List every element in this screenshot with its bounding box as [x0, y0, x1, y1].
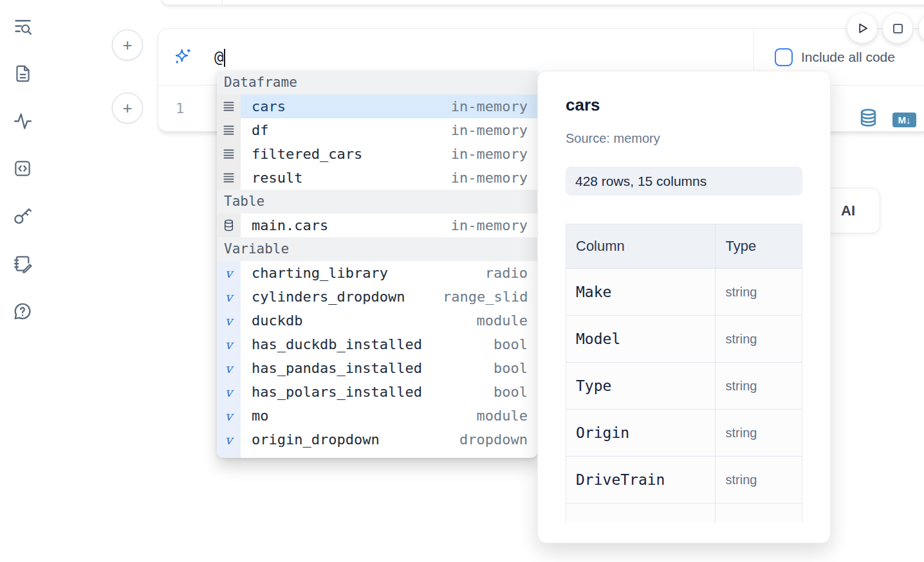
- autocomplete-item-type: in-memory: [443, 146, 528, 162]
- schema-row: Typestring: [566, 363, 802, 410]
- variable-glyph-icon: v: [225, 314, 232, 327]
- variable-icon: v: [217, 285, 241, 309]
- rows-icon: [217, 95, 241, 118]
- autocomplete-item-name: filtered_cars: [252, 146, 362, 162]
- sparkles-icon: [172, 47, 193, 70]
- autocomplete-item-charting_library[interactable]: vcharting_libraryradio: [217, 261, 537, 285]
- schema-column-name: Model: [566, 316, 716, 363]
- autocomplete-item-name: pd: [252, 455, 269, 458]
- text-caret: [224, 49, 225, 67]
- variable-icon: v: [217, 404, 241, 428]
- schema-column-type: [716, 503, 802, 523]
- autocomplete-item-type: range_slider: [443, 289, 528, 305]
- variable-glyph-icon: v: [225, 410, 232, 422]
- autocomplete-item-type: in-memory: [443, 122, 528, 138]
- code-snippet-icon[interactable]: [10, 157, 35, 180]
- autocomplete-item-type: bool: [443, 336, 528, 352]
- stop-button[interactable]: [883, 14, 912, 43]
- autocomplete-item-name: origin_dropdown: [252, 431, 380, 448]
- autocomplete-item-name: df: [252, 122, 269, 138]
- rows-icon: [217, 142, 241, 166]
- run-cell-button[interactable]: [847, 14, 877, 43]
- autocomplete-item-type: radio: [443, 265, 528, 281]
- variable-icon: v: [217, 451, 241, 458]
- autocomplete-item-type: in-memory: [443, 217, 528, 233]
- ai-prompt-input[interactable]: @: [214, 47, 225, 68]
- variable-glyph-icon: v: [225, 433, 232, 446]
- scratchpad-icon[interactable]: [10, 252, 35, 275]
- autocomplete-item-name: main.cars: [252, 217, 328, 233]
- variable-icon: v: [217, 261, 241, 285]
- schema-column-type: string: [716, 410, 802, 457]
- autocomplete-item-type: in-memory: [443, 170, 528, 186]
- autocomplete-item-name: result: [252, 170, 302, 186]
- markdown-export-icon[interactable]: M↓: [892, 113, 916, 127]
- shape-badge: 428 rows, 15 columns: [566, 167, 802, 195]
- autocomplete-item-has_pandas_installed[interactable]: vhas_pandas_installedbool: [217, 356, 537, 380]
- add-cell-above-button[interactable]: +: [112, 30, 143, 60]
- file-document-icon[interactable]: [10, 62, 35, 85]
- autocomplete-item-origin_dropdown[interactable]: vorigin_dropdowndropdown: [217, 428, 537, 451]
- variable-glyph-icon: v: [225, 457, 232, 458]
- database-icon: [217, 213, 241, 237]
- autocomplete-item-has_duckdb_installed[interactable]: vhas_duckdb_installedbool: [217, 332, 537, 356]
- autocomplete-item-pd[interactable]: vpdmodule: [217, 451, 537, 458]
- table-of-contents-search-icon[interactable]: [10, 14, 35, 37]
- schema-table-wrapper: ColumnType MakestringModelstringTypestri…: [566, 224, 802, 523]
- database-action-icon[interactable]: [858, 107, 878, 131]
- schema-column-header: Type: [716, 224, 802, 269]
- autocomplete-item-type: bool: [443, 360, 528, 376]
- autocomplete-item-cylinders_dropdown[interactable]: vcylinders_dropdownrange_slider: [217, 285, 537, 309]
- autocomplete-item-has_polars_installed[interactable]: vhas_polars_installedbool: [217, 380, 537, 404]
- add-cell-below-button[interactable]: +: [112, 93, 143, 123]
- schema-column-type: string: [716, 316, 802, 363]
- schema-column-name: Origin: [566, 410, 716, 457]
- autocomplete-item-mo[interactable]: vmomodule: [217, 404, 537, 428]
- stop-icon: [893, 24, 903, 33]
- activity-icon[interactable]: [10, 109, 35, 132]
- autocomplete-item-name: has_polars_installed: [252, 384, 422, 400]
- autocomplete-item-main.cars[interactable]: main.carsin-memory: [217, 213, 537, 237]
- variable-icon: v: [217, 332, 241, 356]
- autocomplete-dropdown: Dataframecarsin-memorydfin-memoryfiltere…: [217, 71, 537, 458]
- autocomplete-item-name: cylinders_dropdown: [252, 289, 405, 305]
- autocomplete-section-header-table: Table: [217, 190, 537, 213]
- help-chat-icon[interactable]: [10, 300, 35, 323]
- variable-glyph-icon: v: [225, 291, 232, 304]
- variable-glyph-icon: v: [225, 338, 232, 351]
- schema-column-name: Make: [566, 269, 716, 316]
- sidebar: [10, 14, 35, 323]
- popup-source-label: Source: memory: [566, 131, 801, 146]
- variable-glyph-icon: v: [225, 386, 232, 399]
- schema-row: [566, 503, 802, 523]
- autocomplete-item-result[interactable]: resultin-memory: [217, 166, 537, 190]
- schema-column-type: string: [716, 269, 802, 316]
- schema-column-name: DriveTrain: [566, 457, 716, 503]
- schema-column-type: string: [716, 457, 802, 503]
- rows-icon: [217, 118, 241, 142]
- autocomplete-item-name: duckdb: [252, 313, 302, 329]
- autocomplete-section-header-variable: Variable: [217, 237, 537, 261]
- variable-glyph-icon: v: [225, 267, 232, 280]
- autocomplete-item-name: has_duckdb_installed: [252, 336, 422, 352]
- schema-column-name: Type: [566, 363, 716, 410]
- autocomplete-item-name: charting_library: [252, 265, 388, 281]
- include-all-code-control[interactable]: Include all code: [775, 48, 895, 66]
- include-all-code-checkbox[interactable]: [775, 48, 793, 66]
- autocomplete-item-df[interactable]: dfin-memory: [217, 118, 537, 142]
- autocomplete-item-filtered_cars[interactable]: filtered_carsin-memory: [217, 142, 537, 166]
- autocomplete-item-type: module: [443, 313, 528, 329]
- previous-cell-divider: [222, 0, 223, 5]
- autocomplete-item-cars[interactable]: carsin-memory: [217, 95, 537, 118]
- marimo-notebook: @ Include all code 1 M↓ + + AI Dataframe…: [0, 0, 924, 562]
- schema-row: Modelstring: [566, 316, 802, 363]
- variable-glyph-icon: v: [225, 362, 232, 375]
- schema-row: Originstring: [566, 410, 802, 457]
- autocomplete-item-duckdb[interactable]: vduckdbmodule: [217, 309, 537, 332]
- autocomplete-item-type: module: [443, 455, 528, 458]
- autocomplete-item-name: cars: [252, 98, 286, 114]
- key-icon[interactable]: [10, 204, 35, 228]
- autocomplete-item-name: mo: [252, 408, 269, 424]
- rows-icon: [217, 166, 241, 190]
- schema-column-name: [566, 503, 716, 523]
